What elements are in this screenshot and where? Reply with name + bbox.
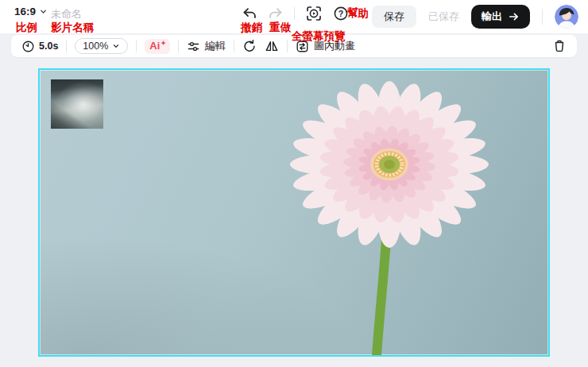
divider xyxy=(136,40,137,52)
divider xyxy=(178,40,179,52)
sliders-icon xyxy=(187,40,200,53)
flower-stem xyxy=(377,226,387,355)
rotate-button[interactable] xyxy=(242,39,257,53)
export-label: 輸出 xyxy=(482,10,502,24)
divider xyxy=(234,40,234,52)
duration-button[interactable]: 5.0s xyxy=(21,40,58,53)
video-canvas[interactable] xyxy=(38,68,550,357)
edit-label: 編輯 xyxy=(205,39,226,53)
avatar-image xyxy=(555,5,578,29)
undo-icon xyxy=(242,6,257,21)
redo-button[interactable] xyxy=(268,6,284,21)
fullscreen-preview-icon xyxy=(305,5,323,22)
arrow-right-icon xyxy=(508,11,520,22)
fullscreen-preview-button[interactable] xyxy=(305,5,323,22)
in-image-animation-label: 圖內動畫 xyxy=(314,39,355,53)
help-button[interactable]: ? xyxy=(333,6,349,21)
top-toolbar: 16:9 未命名 xyxy=(0,0,588,33)
inset-thumbnail[interactable] xyxy=(51,79,103,129)
ai-tools-button[interactable]: Ai ✦ xyxy=(145,39,170,54)
animation-icon xyxy=(296,40,309,53)
divider xyxy=(542,9,543,25)
flip-horizontal-icon xyxy=(265,39,279,53)
saved-status: 已保存 xyxy=(428,10,459,24)
flip-horizontal-button[interactable] xyxy=(265,39,279,53)
avatar[interactable] xyxy=(555,5,578,29)
sparkle-icon: ✦ xyxy=(161,41,166,47)
history-controls: ? xyxy=(242,5,349,22)
trash-icon xyxy=(552,39,567,53)
redo-icon xyxy=(268,6,284,21)
ai-label: Ai xyxy=(149,41,160,52)
zoom-value: 100% xyxy=(83,41,108,52)
zoom-select[interactable]: 100% xyxy=(75,38,128,54)
divider xyxy=(66,40,67,52)
clock-icon xyxy=(21,40,35,53)
save-button[interactable]: 保存 xyxy=(372,6,416,28)
project-name-field[interactable]: 未命名 xyxy=(51,7,82,21)
rotate-icon xyxy=(242,39,257,53)
aspect-ratio-value: 16:9 xyxy=(14,6,36,17)
export-button[interactable]: 輸出 xyxy=(471,5,530,29)
divider xyxy=(294,7,295,20)
in-image-animation-button[interactable]: 圖內動畫 xyxy=(296,39,355,53)
duration-value: 5.0s xyxy=(39,41,58,52)
svg-text:?: ? xyxy=(338,9,343,18)
save-export-group: 保存 已保存 輸出 xyxy=(372,4,578,29)
help-icon: ? xyxy=(333,6,349,21)
aspect-ratio-button[interactable]: 16:9 xyxy=(14,6,48,17)
undo-button[interactable] xyxy=(242,6,257,21)
chevron-down-icon xyxy=(39,7,48,16)
gerbera-flower-image xyxy=(40,70,548,355)
divider xyxy=(287,40,288,52)
chevron-down-icon xyxy=(112,42,120,50)
edit-button[interactable]: 編輯 xyxy=(187,39,226,53)
secondary-toolbar: 5.0s 100% Ai ✦ 編輯 xyxy=(11,35,577,57)
delete-button[interactable] xyxy=(552,39,567,53)
